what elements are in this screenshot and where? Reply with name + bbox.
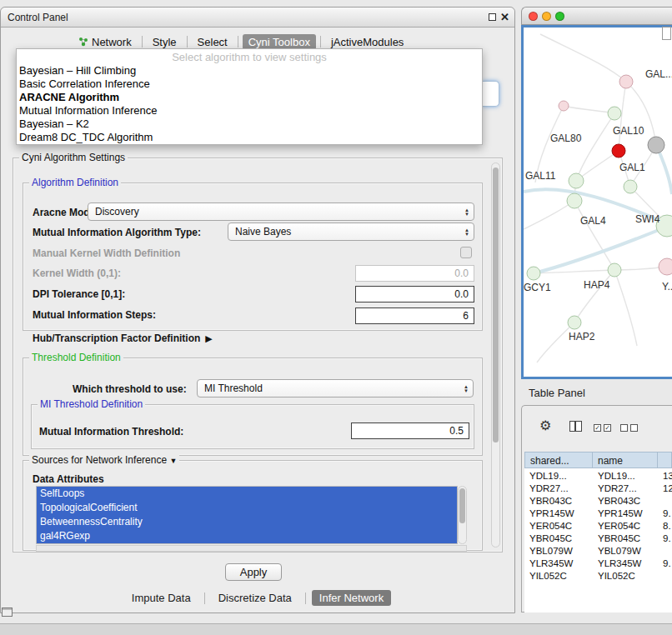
close-traffic-light[interactable]	[529, 12, 538, 21]
cell: YDL19...	[593, 470, 658, 482]
sources-section-header[interactable]: Sources for Network Inference ▼	[29, 454, 179, 466]
table-row[interactable]: YBR045C YBR045C 9.	[524, 532, 672, 545]
graph-node[interactable]	[559, 101, 569, 111]
attributes-scrollbar-thumb[interactable]	[459, 488, 465, 523]
graph-node-hap2[interactable]	[568, 316, 581, 329]
which-threshold-select[interactable]: MI Threshold ▲▼	[197, 379, 474, 398]
dpi-tolerance-field[interactable]: 0.0	[355, 286, 474, 302]
manual-kernel-width-checkbox[interactable]	[460, 247, 472, 258]
cell: 9.	[658, 558, 672, 570]
network-window-titlebar	[521, 7, 672, 25]
node-label: GAL10	[613, 125, 644, 137]
cell: 9.	[658, 508, 672, 520]
graph-node[interactable]	[648, 137, 664, 153]
tab-cyni-toolbox[interactable]: Cyni Toolbox	[243, 34, 316, 50]
mi-type-select[interactable]: Naive Bayes ▲▼	[228, 222, 474, 241]
tab-discretize-data[interactable]: Discretize Data	[211, 590, 299, 606]
column-header-shared-name[interactable]: shared...	[524, 452, 593, 468]
dropdown-item[interactable]: Dream8 DC_TDC Algorithm	[17, 131, 482, 144]
apply-button[interactable]: Apply	[225, 563, 282, 581]
dropdown-placeholder: Select algorithm to view settings	[17, 51, 482, 64]
mi-steps-field[interactable]: 6	[355, 308, 474, 324]
collapse-right-icon: ▶	[205, 333, 212, 344]
table-row[interactable]: YDR27... YDR27... 12	[524, 482, 672, 495]
window-title: Control Panel	[8, 8, 68, 28]
cell	[658, 495, 672, 508]
gear-icon[interactable]: ⚙	[539, 419, 551, 432]
settings-scrollbar-thumb[interactable]	[493, 168, 499, 442]
graph-node[interactable]	[569, 173, 584, 188]
list-item[interactable]: SelfLoops	[37, 487, 457, 501]
mi-threshold-group-title: MI Threshold Definition	[38, 398, 145, 410]
column-header-name[interactable]: name	[593, 452, 658, 468]
data-attributes-label: Data Attributes	[33, 473, 104, 485]
dropdown-item[interactable]: Basic Correlation Inference	[17, 78, 482, 91]
zoom-traffic-light[interactable]	[555, 12, 564, 21]
hub-section-header[interactable]: Hub/Transcription Factor Definition ▶	[33, 332, 213, 344]
graph-node[interactable]	[619, 75, 633, 88]
cell: YBL079W	[524, 545, 593, 558]
column-header-cut[interactable]	[658, 452, 672, 468]
cell	[658, 545, 672, 558]
close-icon[interactable]: ✕	[500, 10, 509, 25]
float-window-icon[interactable]	[489, 13, 496, 21]
list-item[interactable]: BetweennessCentrality	[37, 515, 457, 529]
tab-network[interactable]: Network	[73, 34, 138, 50]
algorithm-dropdown-popup: Select algorithm to view settings Bayesi…	[16, 48, 483, 145]
table-row[interactable]: YIL052C YIL052C	[524, 570, 672, 582]
select-columns-icon[interactable]: ✓ ✓	[594, 424, 611, 432]
column-browser-icon[interactable]	[569, 421, 582, 432]
unchecked-box-icon	[620, 424, 628, 432]
cell: 13	[658, 470, 672, 482]
attributes-scrollbar[interactable]	[458, 486, 467, 544]
graph-node[interactable]	[608, 107, 621, 120]
scrollbar-corner	[662, 27, 671, 40]
tab-separator	[320, 36, 321, 48]
table-row[interactable]: YPR145W YPR145W 9.	[524, 508, 672, 520]
graph-node-gal1[interactable]	[624, 180, 637, 193]
cell: YBR045C	[524, 532, 593, 545]
network-graph: GAL... GAL80 GAL10 GAL11 GAL1 SWI4 GAL4 …	[524, 28, 672, 377]
list-item[interactable]: TopologicalCoefficient	[37, 501, 457, 515]
graph-node-gcy1[interactable]	[527, 267, 540, 280]
node-label: GCY1	[524, 282, 551, 293]
minimized-panel-icon[interactable]	[2, 608, 13, 617]
table-row[interactable]: YDL19... YDL19... 13	[524, 470, 672, 482]
graph-node-gal10[interactable]	[612, 144, 625, 158]
graph-node-hap4[interactable]	[608, 263, 621, 277]
tab-select[interactable]: Select	[192, 34, 233, 50]
table-row[interactable]: YBL079W YBL079W	[524, 545, 672, 558]
dropdown-item[interactable]: Bayesian – K2	[17, 118, 482, 131]
dropdown-item[interactable]: Mutual Information Inference	[17, 104, 482, 118]
aracne-mode-select[interactable]: Discovery ▲▼	[88, 202, 474, 221]
deselect-columns-icon[interactable]	[620, 424, 638, 432]
network-icon	[78, 37, 88, 47]
kernel-width-field[interactable]: 0.0	[355, 265, 474, 282]
tab-jactivemodules[interactable]: jActiveModules	[325, 34, 409, 50]
combo-arrows-icon: ▲▼	[464, 208, 469, 216]
bottom-tab-bar: Impute Data Discretize Data Infer Networ…	[1, 590, 514, 606]
minimize-traffic-light[interactable]	[542, 12, 551, 21]
table-row[interactable]: YBR043C YBR043C	[524, 495, 672, 508]
cell: YPR145W	[524, 508, 593, 520]
list-item[interactable]: gal4RGexp	[37, 529, 457, 543]
tab-infer-network[interactable]: Infer Network	[312, 590, 391, 606]
tab-style[interactable]: Style	[147, 34, 183, 50]
tab-impute-data[interactable]: Impute Data	[124, 590, 198, 606]
graph-node[interactable]	[659, 258, 672, 275]
dropdown-item[interactable]: Bayesian – Hill Climbing	[17, 64, 482, 78]
table-row[interactable]: YLR345W YLR345W 9.	[524, 558, 672, 570]
hub-section-label: Hub/Transcription Factor Definition	[33, 332, 200, 344]
expand-down-icon: ▼	[169, 457, 177, 465]
table-row[interactable]: YER054C YER054C 8.	[524, 520, 672, 532]
kernel-width-label: Kernel Width (0,1):	[33, 268, 121, 279]
dropdown-item-selected[interactable]: ARACNE Algorithm	[17, 91, 482, 104]
attributes-hscrollbar[interactable]	[36, 545, 467, 552]
graph-node-gal4[interactable]	[567, 193, 582, 208]
aracne-mode-value: Discovery	[95, 206, 464, 218]
tab-separator	[142, 36, 143, 48]
mi-threshold-field[interactable]: 0.5	[351, 422, 469, 439]
threshold-definition-title: Threshold Definition	[29, 352, 123, 363]
cell: YIL052C	[593, 570, 658, 582]
settings-scrollbar[interactable]	[491, 162, 500, 548]
